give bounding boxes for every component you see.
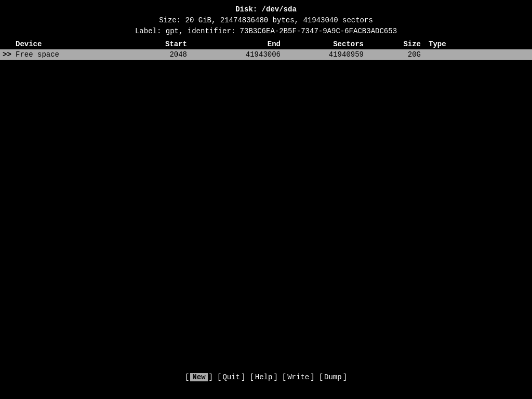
bracket-open-new: [	[185, 373, 189, 381]
menu-new[interactable]: [ New ]	[185, 373, 213, 381]
bracket-close-dump: ]	[343, 373, 347, 381]
header-sectors: Sectors	[291, 40, 374, 48]
bracket-close-help: ]	[273, 373, 277, 381]
bracket-close-new: ]	[209, 373, 213, 381]
disk-title: Disk: /dev/sda	[0, 4, 532, 15]
bracket-open-help: [	[249, 373, 254, 381]
row-start: 2048	[104, 50, 197, 59]
content-area	[0, 60, 532, 399]
bracket-open-dump: [	[319, 373, 323, 381]
header-type: Type	[426, 40, 478, 48]
disk-label-line: Label: gpt, identifier: 73B3C6EA-2B5F-73…	[0, 26, 532, 37]
menu-quit-label[interactable]: Quit	[222, 373, 240, 381]
row-sectors: 41940959	[291, 50, 374, 59]
menu-help-label[interactable]: Help	[255, 373, 273, 381]
row-size: 20G	[374, 50, 426, 59]
menu-dump[interactable]: [ Dump ]	[319, 373, 347, 381]
header-start: Start	[104, 40, 197, 48]
row-indicator: >>	[0, 50, 16, 59]
header-size: Size	[374, 40, 426, 48]
menu-dump-label[interactable]: Dump	[324, 373, 342, 381]
bracket-open-write: [	[282, 373, 286, 381]
row-end: 41943006	[197, 50, 291, 59]
row-device: Free space	[16, 50, 104, 59]
disk-info: Disk: /dev/sda Size: 20 GiB, 21474836480…	[0, 0, 532, 39]
menu-new-label[interactable]: New	[190, 373, 207, 381]
bracket-close-write: ]	[310, 373, 314, 381]
app: Disk: /dev/sda Size: 20 GiB, 21474836480…	[0, 0, 532, 399]
bracket-open-quit: [	[217, 373, 221, 381]
bracket-close-quit: ]	[241, 373, 245, 381]
header-device: Device	[0, 40, 104, 48]
disk-size-line: Size: 20 GiB, 21474836480 bytes, 4194304…	[0, 15, 532, 26]
bottom-menu-bar: [ New ] [ Quit ] [ Help ] [ Write ] [ Du…	[0, 371, 532, 383]
menu-write-label[interactable]: Write	[287, 373, 309, 381]
table-header: Device Start End Sectors Size Type	[0, 39, 532, 49]
header-end: End	[197, 40, 291, 48]
row-type	[426, 50, 478, 59]
menu-quit[interactable]: [ Quit ]	[217, 373, 245, 381]
menu-write[interactable]: [ Write ]	[282, 373, 315, 381]
menu-help[interactable]: [ Help ]	[249, 373, 277, 381]
table-row[interactable]: >> Free space 2048 41943006 41940959 20G	[0, 49, 532, 60]
